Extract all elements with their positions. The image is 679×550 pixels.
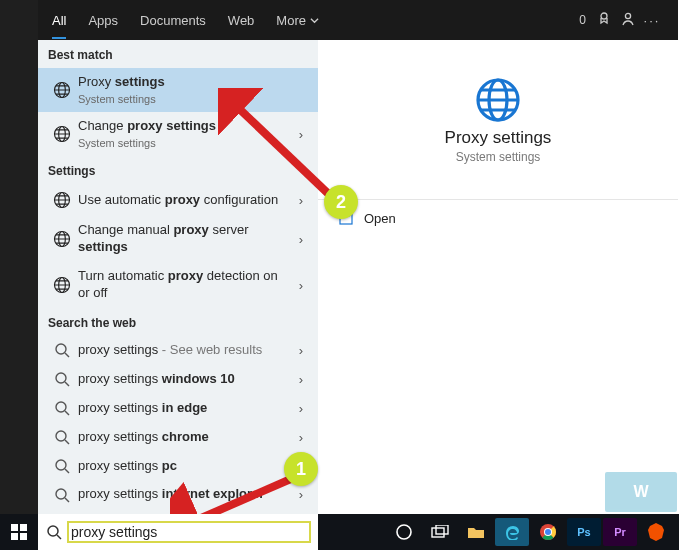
premiere-icon[interactable]: Pr xyxy=(603,518,637,546)
result-title: proxy settings chrome xyxy=(78,429,292,446)
svg-point-28 xyxy=(397,525,411,539)
section-search-web: Search the web xyxy=(38,308,318,336)
annotation-badge-1: 1 xyxy=(284,452,318,486)
svg-rect-29 xyxy=(432,528,444,537)
svg-point-0 xyxy=(601,13,607,19)
taskbar: Ps Pr xyxy=(0,514,679,550)
globe-icon xyxy=(46,229,78,249)
tab-apps[interactable]: Apps xyxy=(88,13,118,28)
result-title: Turn automatic proxy detection on or off xyxy=(78,268,292,302)
detail-pane: Proxy settings System settings xyxy=(318,40,678,200)
search-icon xyxy=(46,429,78,445)
chevron-right-icon: › xyxy=(292,430,310,445)
tab-all[interactable]: All xyxy=(52,13,66,39)
result-title: Change manual proxy server settings xyxy=(78,222,292,256)
open-label: Open xyxy=(364,211,396,226)
svg-point-13 xyxy=(56,373,66,383)
brave-icon[interactable] xyxy=(639,518,673,546)
search-results-panel: Best match Proxy settings System setting… xyxy=(38,40,318,514)
cortana-icon[interactable] xyxy=(387,518,421,546)
result-auto-proxy-config[interactable]: Use automatic proxy configuration › xyxy=(38,184,318,216)
chevron-right-icon: › xyxy=(292,343,310,358)
start-button[interactable] xyxy=(0,514,38,550)
result-auto-detect[interactable]: Turn automatic proxy detection on or off… xyxy=(38,262,318,308)
svg-point-14 xyxy=(56,402,66,412)
edge-icon[interactable] xyxy=(495,518,529,546)
detail-subtitle: System settings xyxy=(456,150,541,164)
tab-more[interactable]: More xyxy=(276,13,319,28)
result-title: Use automatic proxy configuration xyxy=(78,192,292,209)
search-input[interactable] xyxy=(71,524,307,540)
web-result-0[interactable]: proxy settings - See web results › xyxy=(38,336,318,365)
globe-icon xyxy=(46,80,78,100)
search-icon xyxy=(46,458,78,474)
result-title: proxy settings - See web results xyxy=(78,342,292,359)
svg-point-16 xyxy=(56,460,66,470)
web-result-4[interactable]: proxy settings pc › xyxy=(38,452,318,481)
globe-icon xyxy=(46,124,78,144)
search-icon xyxy=(46,524,62,540)
chevron-right-icon: › xyxy=(292,193,310,208)
svg-rect-30 xyxy=(436,525,448,534)
photoshop-icon[interactable]: Ps xyxy=(567,518,601,546)
globe-icon xyxy=(474,76,522,124)
svg-rect-26 xyxy=(20,533,27,540)
result-subtitle: System settings xyxy=(78,92,310,106)
svg-point-35 xyxy=(545,529,551,535)
task-view-icon[interactable] xyxy=(423,518,457,546)
search-filter-tabs: All Apps Documents Web More 0 ··· xyxy=(38,0,678,40)
detail-title: Proxy settings xyxy=(445,128,552,148)
taskbar-pinned: Ps Pr xyxy=(387,518,679,546)
windows-icon xyxy=(11,524,27,540)
svg-point-1 xyxy=(625,13,630,18)
web-result-1[interactable]: proxy settings windows 10 › xyxy=(38,365,318,394)
result-change-proxy-settings[interactable]: Change proxy settings System settings › xyxy=(38,112,318,156)
svg-point-17 xyxy=(56,489,66,499)
result-subtitle: System settings xyxy=(78,136,292,150)
watermark: W xyxy=(605,472,677,512)
result-title: proxy settings windows 10 xyxy=(78,371,292,388)
rewards-icon[interactable] xyxy=(592,11,616,30)
globe-icon xyxy=(46,275,78,295)
chrome-icon[interactable] xyxy=(531,518,565,546)
result-proxy-settings[interactable]: Proxy settings System settings xyxy=(38,68,318,112)
svg-point-15 xyxy=(56,431,66,441)
result-title: proxy settings pc xyxy=(78,458,292,475)
chevron-right-icon: › xyxy=(292,487,310,502)
chevron-right-icon: › xyxy=(292,278,310,293)
svg-rect-23 xyxy=(11,524,18,531)
chevron-right-icon: › xyxy=(292,372,310,387)
chevron-right-icon: › xyxy=(292,401,310,416)
search-icon xyxy=(46,487,78,503)
tab-web[interactable]: Web xyxy=(228,13,255,28)
feedback-icon[interactable] xyxy=(616,11,640,30)
search-icon xyxy=(46,371,78,387)
chevron-down-icon xyxy=(310,16,319,25)
chevron-right-icon: › xyxy=(292,127,310,142)
rewards-count: 0 xyxy=(579,13,586,27)
tab-more-label: More xyxy=(276,13,306,28)
annotation-badge-2: 2 xyxy=(324,185,358,219)
section-settings: Settings xyxy=(38,156,318,184)
result-title: proxy settings in edge xyxy=(78,400,292,417)
web-result-2[interactable]: proxy settings in edge › xyxy=(38,394,318,423)
explorer-icon[interactable] xyxy=(459,518,493,546)
window-left-strip xyxy=(0,0,38,514)
tab-documents[interactable]: Documents xyxy=(140,13,206,28)
chevron-right-icon: › xyxy=(292,232,310,247)
search-icon xyxy=(46,342,78,358)
result-title: Change proxy settings System settings xyxy=(78,118,292,150)
globe-icon xyxy=(46,190,78,210)
result-manual-proxy[interactable]: Change manual proxy server settings › xyxy=(38,216,318,262)
web-result-3[interactable]: proxy settings chrome › xyxy=(38,423,318,452)
svg-point-27 xyxy=(48,526,58,536)
section-best-match: Best match xyxy=(38,40,318,68)
taskbar-search[interactable] xyxy=(38,514,318,550)
svg-rect-25 xyxy=(11,533,18,540)
result-title: proxy settings internet explorer xyxy=(78,486,292,503)
web-result-5[interactable]: proxy settings internet explorer › xyxy=(38,480,318,509)
svg-point-12 xyxy=(56,344,66,354)
more-options-icon[interactable]: ··· xyxy=(640,13,664,28)
search-icon xyxy=(46,400,78,416)
svg-rect-24 xyxy=(20,524,27,531)
